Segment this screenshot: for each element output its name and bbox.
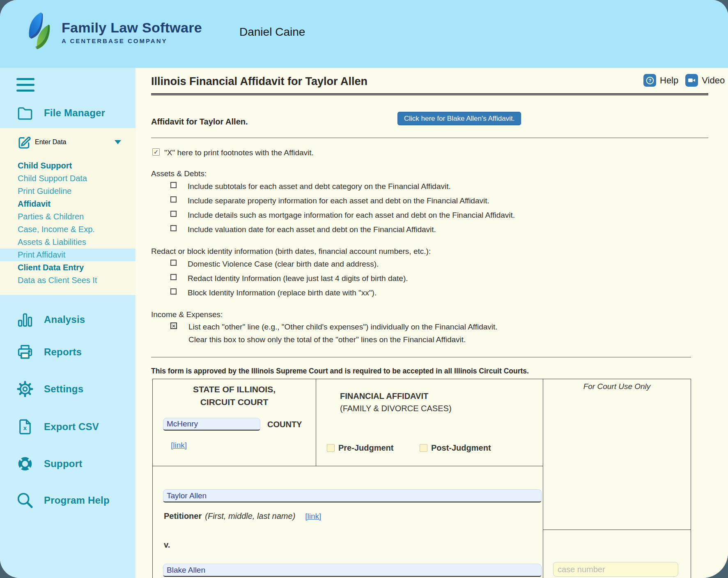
current-user-name: Daniel Caine bbox=[239, 25, 305, 39]
divider bbox=[151, 357, 691, 357]
subtotals-checkbox[interactable] bbox=[170, 182, 177, 188]
option-row: Domestic Violence Case (clear birth date… bbox=[151, 260, 379, 269]
page-title: Illinois Financial Affidavit for Taylor … bbox=[151, 75, 367, 88]
domestic-violence-checkbox[interactable] bbox=[170, 260, 177, 266]
help-video-cluster: ? Help Video bbox=[643, 74, 728, 87]
sidebar-item-reports[interactable]: Reports bbox=[15, 342, 82, 362]
video-button[interactable] bbox=[685, 74, 698, 87]
county-row: COUNTY bbox=[163, 418, 302, 431]
sidebar-item-print-guideline[interactable]: Print Guideline bbox=[0, 185, 135, 198]
option-label: Include subtotals for each asset and deb… bbox=[188, 182, 451, 191]
post-judgment-checkbox[interactable] bbox=[420, 444, 427, 452]
sidebar-item-child-support-data[interactable]: Child Support Data bbox=[0, 172, 135, 185]
court-use-cell: For Court Use Only bbox=[543, 379, 691, 530]
sidebar-item-enter-data[interactable]: Enter Data bbox=[15, 132, 130, 152]
sidebar-item-data-as-client-sees-it[interactable]: Data as Client Sees It bbox=[0, 274, 135, 287]
state-line2: CIRCUIT COURT bbox=[153, 396, 316, 408]
option-row: List each "other" line (e.g., "Other chi… bbox=[151, 322, 498, 344]
sidebar-item-child-support[interactable]: Child Support bbox=[0, 159, 135, 172]
sidebar-item-parties-children[interactable]: Parties & Children bbox=[0, 210, 135, 223]
brand-logo bbox=[25, 12, 53, 53]
printer-icon bbox=[15, 342, 35, 362]
court-cell: STATE OF ILLINOIS, CIRCUIT COURT COUNTY … bbox=[153, 379, 316, 466]
redact-identity-checkbox[interactable] bbox=[170, 274, 177, 280]
petitioner-caption: Petitioner (First, middle, last name) [l… bbox=[164, 511, 321, 521]
option-label: Block Identity Information (replace birt… bbox=[188, 288, 377, 297]
sidebar-item-assets-liabilities[interactable]: Assets & Liabilities bbox=[0, 236, 135, 249]
sidebar-item-file-manager[interactable]: File Manager bbox=[15, 103, 105, 123]
enter-data-panel: Enter Data Child Support Child Support D… bbox=[0, 128, 135, 295]
gear-icon bbox=[15, 379, 35, 399]
menu-icon[interactable] bbox=[16, 78, 34, 92]
option-label: Include separate property information fo… bbox=[188, 196, 489, 205]
svg-text:?: ? bbox=[648, 78, 651, 83]
sidebar-item-affidavit[interactable]: Affidavit bbox=[0, 198, 135, 210]
file-manager-label: File Manager bbox=[44, 107, 105, 119]
export-csv-label: Export CSV bbox=[44, 421, 99, 433]
sidebar: File Manager Enter Data Child Support Ch… bbox=[0, 68, 135, 578]
option-row: Include separate property information fo… bbox=[151, 196, 489, 205]
brand-name: Family Law Software bbox=[62, 20, 202, 36]
county-link[interactable]: [link] bbox=[171, 441, 187, 450]
option-row: Include details such as mortgage informa… bbox=[151, 211, 515, 220]
affidavit-for-text: Affidavit for Taylor Allen. bbox=[151, 117, 248, 127]
sidebar-item-client-data-entry[interactable]: Client Data Entry bbox=[0, 261, 135, 274]
video-label[interactable]: Video bbox=[702, 75, 725, 86]
court-form-table: STATE OF ILLINOIS, CIRCUIT COURT COUNTY … bbox=[152, 379, 543, 578]
pre-judgment-label: Pre-Judgment bbox=[338, 443, 393, 453]
county-input[interactable] bbox=[163, 418, 260, 431]
footnotes-option-label: "X" here to print footnotes with the Aff… bbox=[164, 148, 314, 157]
option-label: Domestic Violence Case (clear birth date… bbox=[188, 260, 379, 269]
option-row: Include subtotals for each asset and deb… bbox=[151, 182, 451, 191]
option-row: Redact Identity Information (leave just … bbox=[151, 274, 408, 283]
versus-label: v. bbox=[164, 540, 170, 550]
court-use-label: For Court Use Only bbox=[583, 382, 651, 391]
edit-icon bbox=[15, 132, 35, 152]
case-number-input[interactable] bbox=[553, 562, 678, 577]
magnifier-icon bbox=[15, 490, 35, 510]
app-header: Family Law Software A CENTERBASE COMPANY… bbox=[0, 0, 728, 68]
petitioner-link[interactable]: [link] bbox=[305, 512, 321, 521]
support-label: Support bbox=[44, 458, 82, 470]
settings-label: Settings bbox=[44, 383, 83, 395]
help-label[interactable]: Help bbox=[660, 75, 678, 86]
form-title-line2: (FAMILY & DIVORCE CASES) bbox=[340, 402, 452, 415]
life-ring-icon bbox=[15, 454, 35, 474]
separate-property-checkbox[interactable] bbox=[170, 196, 177, 203]
help-button[interactable]: ? bbox=[643, 74, 656, 87]
petitioner-input[interactable] bbox=[163, 489, 542, 502]
affidavit-title-cell: FINANCIAL AFFIDAVIT (FAMILY & DIVORCE CA… bbox=[316, 379, 543, 466]
court-use-column: For Court Use Only bbox=[543, 379, 691, 578]
sidebar-item-export-csv[interactable]: x Export CSV bbox=[15, 417, 99, 437]
sidebar-item-analysis[interactable]: Analysis bbox=[15, 310, 85, 329]
chevron-down-icon[interactable] bbox=[115, 140, 121, 144]
county-label: COUNTY bbox=[267, 420, 302, 429]
option-row: Include valuation date for each asset an… bbox=[151, 225, 436, 234]
enter-data-label: Enter Data bbox=[35, 138, 66, 146]
details-checkbox[interactable] bbox=[170, 211, 177, 217]
sidebar-item-support[interactable]: Support bbox=[15, 454, 82, 474]
app-window: Family Law Software A CENTERBASE COMPANY… bbox=[0, 0, 728, 578]
sidebar-item-case-income-exp[interactable]: Case, Income & Exp. bbox=[0, 223, 135, 236]
sidebar-item-print-affidavit[interactable]: Print Affidavit bbox=[0, 249, 135, 261]
main-content: Illinois Financial Affidavit for Taylor … bbox=[135, 68, 728, 578]
option-label: Include valuation date for each asset an… bbox=[188, 225, 436, 234]
form-titles: FINANCIAL AFFIDAVIT (FAMILY & DIVORCE CA… bbox=[340, 390, 452, 415]
sidebar-item-program-help[interactable]: Program Help bbox=[15, 490, 110, 510]
list-other-lines-checkbox[interactable] bbox=[170, 322, 177, 329]
income-expenses-heading: Income & Expenses: bbox=[151, 310, 223, 319]
footnotes-checkbox[interactable] bbox=[152, 148, 160, 156]
option-label: List each "other" line (e.g., "Other chi… bbox=[188, 322, 498, 344]
petitioner-label: Petitioner bbox=[164, 511, 202, 521]
case-number-cell bbox=[543, 530, 691, 578]
respondent-input[interactable] bbox=[163, 564, 542, 577]
valuation-date-checkbox[interactable] bbox=[170, 225, 177, 231]
bar-chart-icon bbox=[15, 310, 35, 329]
post-judgment-group: Post-Judgment bbox=[420, 443, 491, 453]
other-party-affidavit-button[interactable]: Click here for Blake Allen's Affidavit. bbox=[397, 112, 521, 125]
footnotes-option-row: "X" here to print footnotes with the Aff… bbox=[151, 148, 314, 157]
sidebar-item-settings[interactable]: Settings bbox=[15, 379, 83, 399]
pre-judgment-checkbox[interactable] bbox=[327, 444, 335, 452]
pre-judgment-group: Pre-Judgment bbox=[327, 443, 393, 453]
block-identity-checkbox[interactable] bbox=[170, 288, 177, 295]
